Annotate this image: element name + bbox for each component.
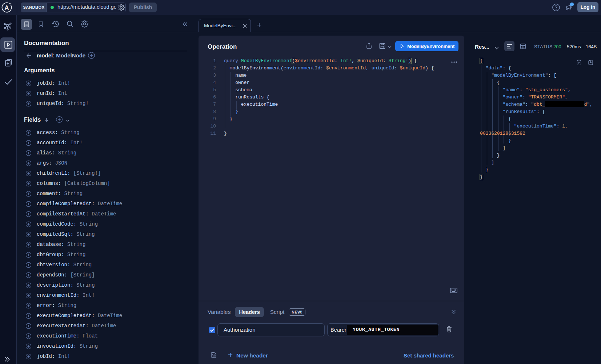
svg-text:A: A [4, 4, 9, 11]
